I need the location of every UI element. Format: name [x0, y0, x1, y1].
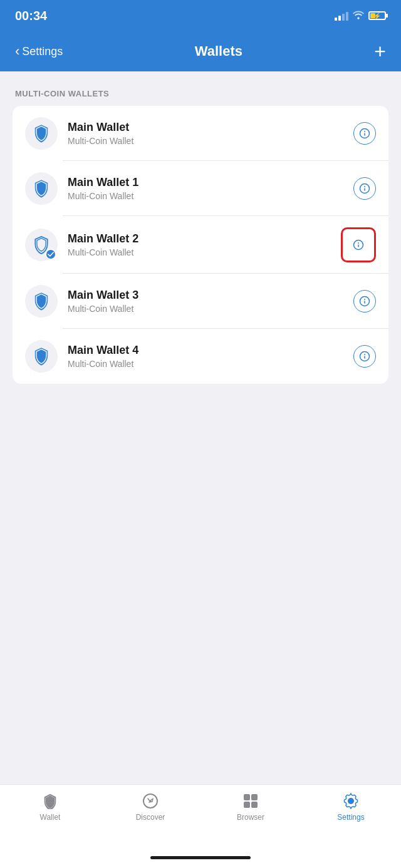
wallet-item-4[interactable]: Main Wallet 4 Multi-Coin Wallet — [13, 329, 388, 384]
wallet-type-4: Multi-Coin Wallet — [68, 359, 353, 369]
status-time: 00:34 — [15, 9, 47, 23]
wallet-item-3[interactable]: Main Wallet 3 Multi-Coin Wallet — [13, 274, 388, 329]
active-badge — [45, 249, 56, 260]
wallet-type-1: Multi-Coin Wallet — [68, 191, 353, 201]
wallet-tab-icon — [41, 792, 59, 810]
tab-discover-label: Discover — [136, 813, 165, 822]
content-area: MULTI-COIN WALLETS Main Wallet Multi-Coi… — [0, 71, 401, 584]
tab-discover[interactable]: Discover — [100, 792, 200, 822]
discover-tab-icon — [142, 792, 159, 810]
tab-bar: Wallet Discover Browser — [0, 784, 401, 847]
wallet-icon-container-3 — [25, 285, 58, 318]
svg-rect-19 — [244, 802, 250, 808]
add-wallet-button[interactable]: + — [374, 41, 386, 61]
wallet-name-1: Main Wallet 1 — [68, 176, 353, 189]
wallet-name-0: Main Wallet — [68, 121, 353, 134]
wallet-info-4: Main Wallet 4 Multi-Coin Wallet — [68, 344, 353, 369]
info-button-0[interactable] — [353, 122, 376, 145]
wallet-icon-container-4 — [25, 340, 58, 373]
wallet-type-2: Multi-Coin Wallet — [68, 247, 341, 257]
wallet-type-3: Multi-Coin Wallet — [68, 304, 353, 314]
info-icon-4 — [359, 351, 370, 362]
info-button-1[interactable] — [353, 177, 376, 200]
shield-icon-4 — [32, 347, 51, 366]
wallet-icon-container-2 — [25, 229, 58, 261]
wallet-list: Main Wallet Multi-Coin Wallet Main — [13, 106, 388, 384]
svg-rect-18 — [251, 794, 258, 800]
wallet-info-0: Main Wallet Multi-Coin Wallet — [68, 121, 353, 146]
svg-rect-20 — [251, 802, 258, 808]
wallet-name-2: Main Wallet 2 — [68, 232, 341, 245]
info-icon-2 — [353, 239, 364, 251]
wallet-item-2[interactable]: Main Wallet 2 Multi-Coin Wallet — [13, 216, 388, 274]
tab-browser-label: Browser — [237, 813, 264, 822]
shield-icon-0 — [32, 124, 51, 143]
status-icons: ⚡ — [335, 9, 386, 22]
page-title: Wallets — [195, 43, 242, 59]
wallet-type-0: Multi-Coin Wallet — [68, 136, 353, 146]
shield-icon-1 — [32, 179, 51, 198]
tab-wallet-label: Wallet — [40, 813, 61, 822]
info-icon-0 — [359, 128, 370, 139]
info-icon-1 — [359, 183, 370, 194]
info-button-2-highlighted[interactable] — [341, 227, 376, 262]
wallet-icon-container-1 — [25, 172, 58, 205]
back-button[interactable]: ‹ Settings — [15, 43, 63, 59]
wallet-name-3: Main Wallet 3 — [68, 289, 353, 302]
back-label: Settings — [22, 45, 63, 58]
settings-tab-icon — [342, 792, 360, 810]
wallet-item-0[interactable]: Main Wallet Multi-Coin Wallet — [13, 106, 388, 161]
wallet-info-1: Main Wallet 1 Multi-Coin Wallet — [68, 176, 353, 201]
signal-icon — [335, 11, 348, 21]
wallet-item-1[interactable]: Main Wallet 1 Multi-Coin Wallet — [13, 161, 388, 216]
status-bar: 00:34 ⚡ — [0, 0, 401, 31]
info-button-4[interactable] — [353, 345, 376, 368]
info-icon-3 — [359, 296, 370, 307]
battery-icon: ⚡ — [368, 11, 386, 20]
tab-browser[interactable]: Browser — [200, 792, 301, 822]
tab-wallet[interactable]: Wallet — [0, 792, 100, 822]
home-bar — [150, 856, 251, 859]
wifi-icon — [352, 9, 365, 22]
wallet-info-2: Main Wallet 2 Multi-Coin Wallet — [68, 232, 341, 257]
tab-settings[interactable]: Settings — [301, 792, 401, 822]
info-button-3[interactable] — [353, 290, 376, 313]
chevron-left-icon: ‹ — [15, 43, 19, 59]
shield-icon-3 — [32, 292, 51, 311]
section-header: MULTI-COIN WALLETS — [13, 89, 388, 98]
nav-bar: ‹ Settings Wallets + — [0, 31, 401, 71]
wallet-info-3: Main Wallet 3 Multi-Coin Wallet — [68, 289, 353, 314]
wallet-icon-container-0 — [25, 117, 58, 150]
wallet-name-4: Main Wallet 4 — [68, 344, 353, 357]
svg-rect-17 — [244, 794, 250, 800]
home-indicator — [0, 847, 401, 868]
browser-tab-icon — [242, 792, 259, 810]
tab-settings-label: Settings — [337, 813, 364, 822]
